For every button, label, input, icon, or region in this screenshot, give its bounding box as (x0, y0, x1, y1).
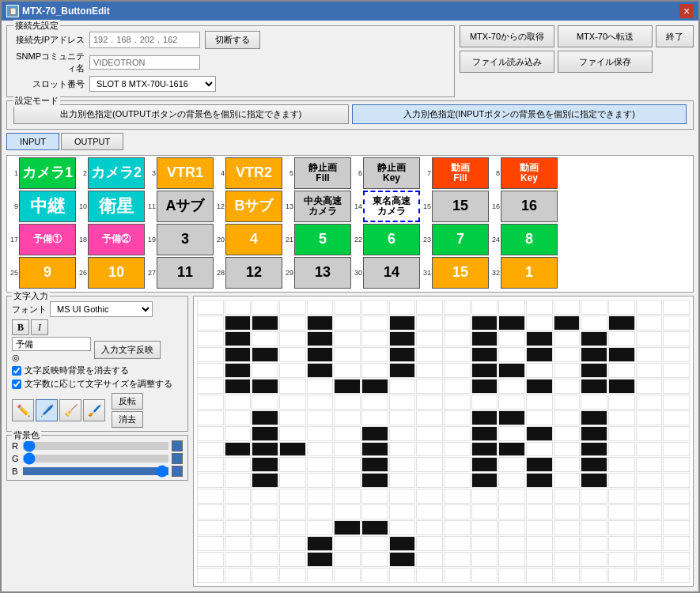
pixel[interactable] (444, 363, 471, 378)
disconnect-button[interactable]: 切断する (205, 31, 260, 49)
pixel[interactable] (389, 520, 416, 535)
pixel[interactable] (663, 504, 690, 519)
pixel[interactable] (663, 473, 690, 488)
pixel[interactable] (608, 347, 635, 362)
pixel[interactable] (444, 536, 471, 551)
pixel[interactable] (389, 379, 416, 394)
pixel[interactable] (581, 315, 607, 330)
pixel[interactable] (444, 331, 471, 346)
pixel[interactable] (361, 410, 388, 425)
pixel[interactable] (554, 457, 581, 472)
pixel[interactable] (581, 442, 607, 457)
grid-button[interactable]: 15 (432, 257, 489, 289)
font-select[interactable]: MS UI Gothic (50, 301, 153, 317)
g-slider[interactable] (23, 455, 168, 463)
pixel[interactable] (526, 536, 553, 551)
pixel[interactable] (498, 473, 525, 488)
pixel[interactable] (636, 395, 663, 410)
pixel[interactable] (554, 568, 581, 583)
pixel[interactable] (471, 489, 498, 504)
pixel[interactable] (608, 504, 635, 519)
pixel[interactable] (307, 504, 334, 519)
pixel[interactable] (581, 536, 607, 551)
pixel[interactable] (416, 395, 443, 410)
input-tab[interactable]: INPUT (6, 133, 59, 150)
pixel[interactable] (389, 395, 416, 410)
pixel[interactable] (498, 426, 525, 441)
pixel[interactable] (526, 379, 553, 394)
pixel[interactable] (334, 520, 361, 535)
pixel[interactable] (498, 395, 525, 410)
pixel[interactable] (608, 520, 635, 535)
pixel[interactable] (252, 347, 278, 362)
pixel[interactable] (581, 552, 607, 567)
pixel[interactable] (526, 504, 553, 519)
pixel[interactable] (197, 315, 224, 330)
pixel[interactable] (225, 363, 252, 378)
pixel[interactable] (526, 363, 553, 378)
pixel[interactable] (471, 331, 498, 346)
pixel[interactable] (361, 489, 388, 504)
pixel-canvas[interactable] (193, 296, 694, 587)
pixel[interactable] (498, 552, 525, 567)
pixel[interactable] (608, 457, 635, 472)
pixel[interactable] (389, 331, 416, 346)
pixel[interactable] (252, 300, 278, 315)
pixel[interactable] (526, 395, 553, 410)
pixel[interactable] (416, 504, 443, 519)
pixel[interactable] (334, 300, 361, 315)
grid-button[interactable]: 13 (294, 257, 351, 289)
pixel[interactable] (526, 442, 553, 457)
grid-button[interactable]: 動画Key (501, 157, 558, 189)
pixel[interactable] (636, 442, 663, 457)
pixel[interactable] (554, 331, 581, 346)
pixel[interactable] (389, 426, 416, 441)
pixel[interactable] (307, 300, 334, 315)
pixel[interactable] (389, 315, 416, 330)
pixel[interactable] (663, 410, 690, 425)
pixel[interactable] (225, 315, 252, 330)
get-button[interactable]: MTX-70からの取得 (460, 25, 554, 47)
pixel[interactable] (581, 504, 607, 519)
grid-button[interactable]: 3 (157, 224, 214, 255)
pixel[interactable] (279, 331, 306, 346)
pixel[interactable] (279, 410, 306, 425)
pixel[interactable] (361, 347, 388, 362)
pixel[interactable] (361, 395, 388, 410)
pixel[interactable] (252, 489, 278, 504)
pixel[interactable] (471, 504, 498, 519)
pixel[interactable] (663, 331, 690, 346)
grid-button[interactable]: 中継 (19, 191, 76, 222)
pixel[interactable] (361, 300, 388, 315)
pixel[interactable] (444, 520, 471, 535)
pixel[interactable] (225, 379, 252, 394)
pixel[interactable] (197, 457, 224, 472)
pixel[interactable] (471, 473, 498, 488)
pixel[interactable] (252, 363, 278, 378)
pixel[interactable] (225, 473, 252, 488)
pixel[interactable] (416, 379, 443, 394)
pixel[interactable] (498, 300, 525, 315)
pixel[interactable] (334, 395, 361, 410)
pixel[interactable] (197, 379, 224, 394)
pixel[interactable] (416, 331, 443, 346)
grid-button[interactable]: カメラ2 (88, 157, 145, 189)
pixel[interactable] (307, 552, 334, 567)
pixel[interactable] (334, 315, 361, 330)
grid-button[interactable]: 静止画Fill (294, 157, 351, 189)
pixel[interactable] (471, 442, 498, 457)
grid-button[interactable]: 1 (501, 257, 558, 289)
pixel[interactable] (581, 489, 607, 504)
pixel[interactable] (389, 300, 416, 315)
pixel[interactable] (361, 315, 388, 330)
pixel[interactable] (471, 426, 498, 441)
pixel[interactable] (197, 489, 224, 504)
pencil-tool[interactable]: ✏️ (12, 399, 34, 421)
pixel[interactable] (252, 568, 278, 583)
pixel[interactable] (554, 363, 581, 378)
pixel[interactable] (416, 315, 443, 330)
pixel[interactable] (526, 347, 553, 362)
pixel[interactable] (581, 331, 607, 346)
pixel[interactable] (608, 426, 635, 441)
pixel[interactable] (416, 442, 443, 457)
